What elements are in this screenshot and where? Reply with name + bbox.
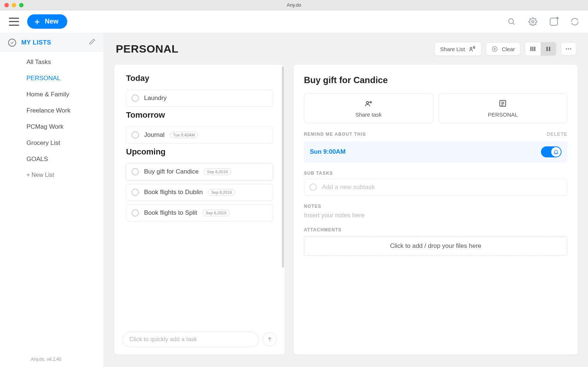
svg-rect-14 [549,47,551,51]
sidebar-item[interactable]: Freelance Work [0,103,104,119]
main-area: PERSONAL Share List Clear [104,33,588,367]
clear-label: Clear [502,46,515,52]
task-date-tag: Tue 8:45AM [170,132,198,138]
task-checkbox[interactable] [132,189,139,196]
reminder-time: Sun 9:00AM [310,148,345,156]
sidebar: MY LISTS All TasksPERSONALHome & FamilyF… [0,33,104,367]
share-list-label: Share List [440,46,465,52]
app-toolbar: ＋ New [0,10,588,33]
task-row[interactable]: Laundry [126,90,273,107]
sidebar-item[interactable]: PCMag Work [0,119,104,135]
edit-icon[interactable] [89,38,96,47]
svg-point-15 [566,48,567,49]
sidebar-item[interactable]: Home & Family [0,86,104,103]
task-text: Book flights to Split [144,209,197,217]
notes-input[interactable]: Insert your notes here [304,212,567,219]
share-task-label: Share task [355,111,382,118]
task-text: Book flights to Dublin [144,189,203,196]
section-heading: Tomorrow [126,110,273,120]
svg-point-4 [473,47,475,48]
task-text: Laundry [144,95,166,102]
window-title: Any.do [287,2,301,8]
clear-icon [491,46,498,52]
sidebar-header-label: MY LISTS [21,39,51,46]
task-detail-pane: Buy gift for Candice Share task PERSONAL… [294,65,578,354]
clear-button[interactable]: Clear [486,42,520,56]
task-detail-title: Buy gift for Candice [304,75,567,85]
subtask-checkbox[interactable] [309,184,317,191]
svg-point-17 [570,48,571,49]
svg-line-1 [513,23,515,25]
view-toggle [525,42,556,56]
task-date-tag: Sep 8,2019 [204,168,231,175]
task-row[interactable]: JournalTue 8:45AM [126,127,273,143]
reminder-toggle[interactable] [541,146,562,157]
svg-point-2 [532,21,534,23]
svg-point-0 [509,19,513,24]
task-row[interactable]: Book flights to DublinSep 8,2019 [126,184,273,201]
task-row[interactable]: Book flights to SplitSep 8,2019 [126,204,273,221]
notifications-icon[interactable] [550,18,558,26]
task-row[interactable]: Buy gift for CandiceSep 8,2019 [126,163,273,180]
quick-add-input[interactable] [122,332,259,347]
sidebar-item[interactable]: PERSONAL [0,70,104,86]
list-icon [498,99,507,108]
share-list-button[interactable]: Share List [435,42,482,56]
task-checkbox[interactable] [132,95,139,102]
task-checkbox[interactable] [132,168,139,175]
delete-reminder-button[interactable]: DELETE [546,131,567,137]
check-circle-icon [8,39,16,47]
subtask-input[interactable] [322,184,562,191]
task-text: Journal [144,131,165,139]
zoom-window-button[interactable] [19,3,24,7]
svg-point-19 [366,101,369,104]
list-card[interactable]: PERSONAL [438,93,568,123]
task-checkbox[interactable] [132,209,139,217]
sidebar-item[interactable]: GOALS [0,151,104,167]
new-button[interactable]: ＋ New [27,14,67,29]
svg-rect-13 [546,47,548,51]
share-task-card[interactable]: Share task [304,93,433,123]
svg-rect-10 [530,47,531,51]
scrollbar[interactable] [282,66,284,268]
search-icon[interactable] [507,17,516,26]
share-task-icon [364,99,373,108]
sidebar-item[interactable]: All Tasks [0,54,104,70]
new-button-label: New [45,18,58,25]
svg-rect-11 [533,47,534,51]
view-three-columns[interactable] [525,42,541,56]
window-titlebar: Any.do [0,0,588,10]
sidebar-item[interactable]: Grocery List [0,135,104,151]
notes-label: NOTES [304,204,567,209]
tasks-pane: TodayLaundryTomorrowJournalTue 8:45AMUpc… [114,65,285,354]
attachments-dropzone[interactable]: Click to add / drop your files here [304,236,567,256]
more-menu-button[interactable] [561,42,576,56]
share-icon [469,45,476,53]
list-title: PERSONAL [116,43,179,55]
app-version: Any.do, v4.2.40 [0,352,104,367]
task-checkbox[interactable] [132,131,139,139]
view-two-columns[interactable] [541,42,556,56]
task-date-tag: Sep 8,2019 [202,210,230,216]
attachments-label: ATTACHMENTS [304,227,567,232]
sync-icon[interactable] [570,17,579,26]
svg-point-3 [470,47,472,49]
section-heading: Upcoming [126,147,273,157]
svg-rect-12 [534,47,535,51]
settings-icon[interactable] [528,17,537,26]
list-card-label: PERSONAL [488,111,518,118]
add-list-button[interactable]: + New List [0,167,104,183]
task-text: Buy gift for Candice [144,168,198,175]
menu-icon[interactable] [9,18,19,26]
reminder-row[interactable]: Sun 9:00AM [304,141,567,163]
sidebar-header[interactable]: MY LISTS [0,33,104,52]
quick-add-submit[interactable] [263,332,277,346]
bell-icon [551,147,561,157]
subtasks-label: SUB TASKS [304,171,567,176]
task-date-tag: Sep 8,2019 [208,189,235,196]
svg-point-16 [568,48,569,49]
subtask-input-row[interactable] [304,179,567,196]
minimize-window-button[interactable] [12,3,16,7]
close-window-button[interactable] [4,3,9,7]
remind-label: REMIND ME ABOUT THIS [304,132,366,137]
